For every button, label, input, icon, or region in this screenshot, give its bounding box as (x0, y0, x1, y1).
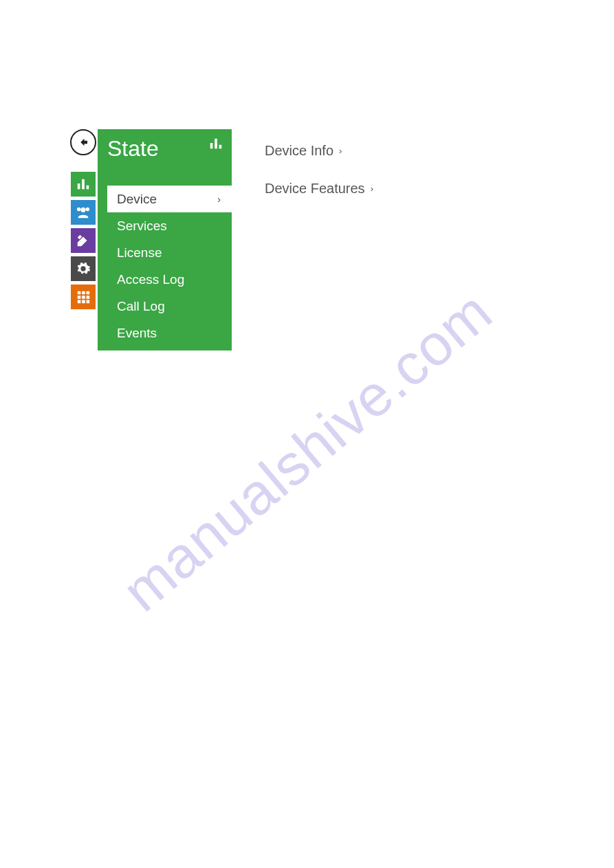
sidebar-item-device[interactable]: Device › (107, 186, 232, 212)
rail-item-state[interactable] (71, 172, 96, 197)
rail-item-apps[interactable] (71, 285, 96, 309)
link-label: Device Info (265, 143, 333, 159)
sidebar-title: State (107, 136, 159, 162)
sidebar-item-label: License (117, 245, 162, 260)
link-label: Device Features (265, 181, 365, 197)
sidebar-panel: State Device › Services License Access L… (98, 129, 232, 350)
link-device-features[interactable]: Device Features › (265, 181, 373, 197)
sidebar-header: State (98, 129, 232, 186)
content-area: Device Info › Device Features › (232, 129, 373, 197)
left-column (69, 129, 98, 309)
bar-chart-icon (208, 136, 223, 151)
sidebar-item-license[interactable]: License (98, 239, 232, 266)
rail-item-settings[interactable] (71, 256, 96, 281)
back-button[interactable] (70, 129, 96, 155)
sidebar-item-label: Call Log (117, 299, 165, 314)
icon-rail (71, 172, 96, 309)
tools-icon (76, 233, 91, 248)
link-device-info[interactable]: Device Info › (265, 143, 373, 159)
chevron-right-icon: › (217, 194, 221, 205)
gear-icon (76, 261, 91, 276)
rail-item-users[interactable] (71, 200, 96, 225)
sidebar-item-call-log[interactable]: Call Log (98, 293, 232, 320)
chevron-right-icon: › (339, 146, 342, 156)
sidebar-item-access-log[interactable]: Access Log (98, 266, 232, 293)
rail-item-tools[interactable] (71, 228, 96, 253)
sidebar-item-label: Access Log (117, 272, 184, 287)
sidebar-item-events[interactable]: Events (98, 320, 232, 346)
sidebar-item-label: Services (117, 219, 167, 234)
chevron-right-icon: › (371, 183, 373, 194)
app-frame: State Device › Services License Access L… (69, 129, 373, 350)
arrow-left-icon (77, 136, 89, 148)
bar-chart-icon (76, 177, 91, 192)
users-icon (76, 205, 91, 220)
sidebar-header-icon (208, 136, 223, 154)
sidebar-item-services[interactable]: Services (98, 212, 232, 239)
sidebar-item-label: Device (117, 192, 157, 207)
sidebar-item-label: Events (117, 326, 157, 341)
grid-icon (76, 289, 91, 304)
